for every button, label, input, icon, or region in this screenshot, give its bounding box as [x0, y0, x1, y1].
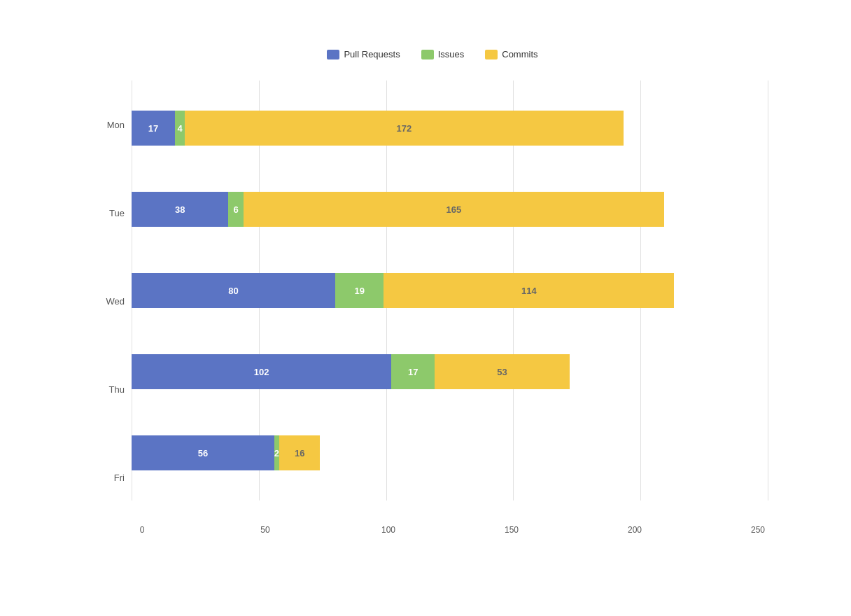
y-label-fri: Fri [97, 472, 132, 483]
bars-wrapper: 1741723861658019114102175356216 [132, 80, 768, 500]
chart-legend: Pull RequestsIssuesCommits [97, 49, 768, 59]
x-axis-label: 100 [378, 525, 399, 535]
bar-segment-commits: 16 [279, 435, 320, 470]
y-label-tue: Tue [97, 208, 132, 218]
bar-segment-issues: 6 [228, 192, 244, 227]
y-label-wed: Wed [97, 296, 132, 307]
bar-segment-pr: 56 [132, 435, 274, 470]
legend-label: Pull Requests [344, 49, 400, 59]
bar-row-mon: 174172 [132, 104, 768, 153]
bar-segment-commits: 172 [185, 111, 623, 146]
x-axis-label: 200 [624, 525, 645, 535]
bar-segment-issues: 2 [274, 435, 279, 470]
y-axis: MonTueWedThuFri [97, 80, 132, 542]
bar-segment-pr: 38 [132, 192, 228, 227]
bar-segment-pr: 80 [132, 273, 335, 308]
bar-segment-issues: 4 [175, 111, 185, 146]
grid-and-bars: 1741723861658019114102175356216 [132, 80, 768, 522]
x-axis: 050100150200250 [132, 522, 768, 542]
legend-item-commits: Commits [485, 49, 537, 59]
legend-color [421, 50, 434, 59]
bar-track: 386165 [132, 192, 768, 227]
x-axis-label: 250 [747, 525, 768, 535]
y-label-thu: Thu [97, 384, 132, 395]
legend-item-issues: Issues [421, 49, 465, 59]
bar-track: 56216 [132, 435, 768, 470]
bar-row-wed: 8019114 [132, 266, 768, 315]
bar-track: 174172 [132, 111, 768, 146]
bar-segment-commits: 53 [435, 354, 570, 389]
legend-item-pull-requests: Pull Requests [327, 49, 400, 59]
bar-segment-commits: 165 [244, 192, 664, 227]
bar-segment-issues: 19 [335, 273, 384, 308]
bar-row-fri: 56216 [132, 428, 768, 477]
legend-label: Issues [438, 49, 465, 59]
bar-segment-commits: 114 [384, 273, 674, 308]
legend-color [485, 50, 498, 59]
chart-container: Pull RequestsIssuesCommits MonTueWedThuF… [41, 21, 810, 595]
bar-segment-pr: 102 [132, 354, 391, 389]
chart-area: 1741723861658019114102175356216 05010015… [132, 80, 768, 542]
x-axis-label: 0 [132, 525, 153, 535]
legend-color [327, 50, 339, 59]
bar-row-thu: 1021753 [132, 347, 768, 396]
bar-segment-issues: 17 [391, 354, 435, 389]
chart-body: MonTueWedThuFri 174172386165801911410217… [97, 80, 768, 542]
y-label-mon: Mon [97, 120, 132, 130]
bar-track: 1021753 [132, 354, 768, 389]
x-axis-label: 50 [255, 525, 276, 535]
bar-row-tue: 386165 [132, 185, 768, 234]
bar-track: 8019114 [132, 273, 768, 308]
bar-segment-pr: 17 [132, 111, 175, 146]
legend-label: Commits [502, 49, 537, 59]
x-axis-label: 150 [501, 525, 522, 535]
